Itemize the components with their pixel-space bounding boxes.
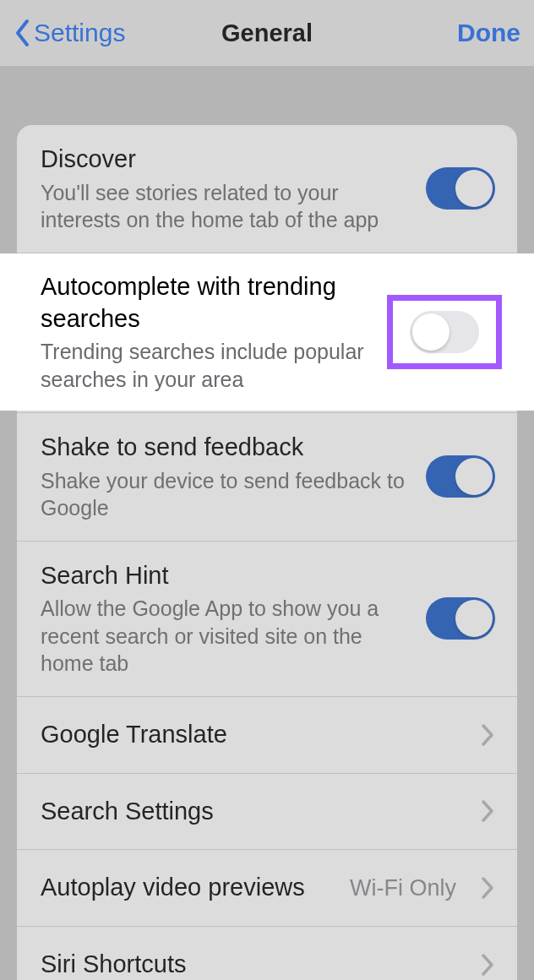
chevron-left-icon	[14, 18, 32, 48]
row-google-translate[interactable]: Google Translate	[17, 696, 517, 773]
row-text: Shake to send feedback Shake your device…	[41, 432, 411, 522]
chevron-right-icon	[480, 953, 495, 977]
autocomplete-toggle-highlighted[interactable]	[410, 311, 479, 353]
row-discover: Discover You'll see stories related to y…	[17, 125, 517, 253]
row-text: Google Translate	[41, 719, 465, 751]
highlight-callout	[387, 295, 502, 369]
row-title: Shake to send feedback	[41, 432, 411, 464]
row-subtitle: Trending searches include popular search…	[41, 338, 372, 393]
shake-feedback-toggle[interactable]	[426, 455, 495, 498]
row-subtitle: Allow the Google App to show you a recen…	[41, 595, 411, 678]
row-subtitle: You'll see stories related to your inter…	[41, 179, 411, 234]
back-label: Settings	[34, 19, 125, 47]
chevron-right-icon	[480, 723, 495, 747]
row-title: Siri Shortcuts	[41, 949, 465, 980]
discover-toggle[interactable]	[426, 167, 495, 210]
row-title: Discover	[41, 144, 411, 176]
row-text: Search Settings	[41, 796, 465, 828]
row-subtitle: Shake your device to send feedback to Go…	[41, 467, 411, 522]
navigation-bar: Settings General Done	[0, 0, 534, 66]
chevron-right-icon	[480, 876, 495, 900]
row-text: Siri Shortcuts	[41, 949, 465, 980]
done-button[interactable]: Done	[457, 19, 520, 47]
row-text: Autoplay video previews	[41, 872, 335, 904]
page-title: General	[221, 19, 313, 47]
row-title: Google Translate	[41, 719, 465, 751]
highlighted-row: Autocomplete with trending searches Tren…	[0, 253, 534, 411]
row-search-hint: Search Hint Allow the Google App to show…	[17, 541, 517, 696]
row-text: Autocomplete with trending searches Tren…	[41, 271, 372, 393]
row-search-settings[interactable]: Search Settings	[17, 773, 517, 850]
row-shake-feedback: Shake to send feedback Shake your device…	[17, 412, 517, 541]
back-button[interactable]: Settings	[14, 18, 125, 48]
row-title: Search Settings	[41, 796, 465, 828]
row-autoplay-previews[interactable]: Autoplay video previews Wi-Fi Only	[17, 849, 517, 926]
row-text: Discover You'll see stories related to y…	[41, 144, 411, 234]
row-text: Search Hint Allow the Google App to show…	[41, 560, 411, 678]
chevron-right-icon	[480, 799, 495, 823]
row-title: Autoplay video previews	[41, 872, 335, 904]
row-title: Autocomplete with trending searches	[41, 271, 372, 335]
search-hint-toggle[interactable]	[426, 597, 495, 640]
row-siri-shortcuts[interactable]: Siri Shortcuts	[17, 926, 517, 980]
row-title: Search Hint	[41, 560, 411, 592]
autoplay-value: Wi-Fi Only	[350, 875, 456, 901]
